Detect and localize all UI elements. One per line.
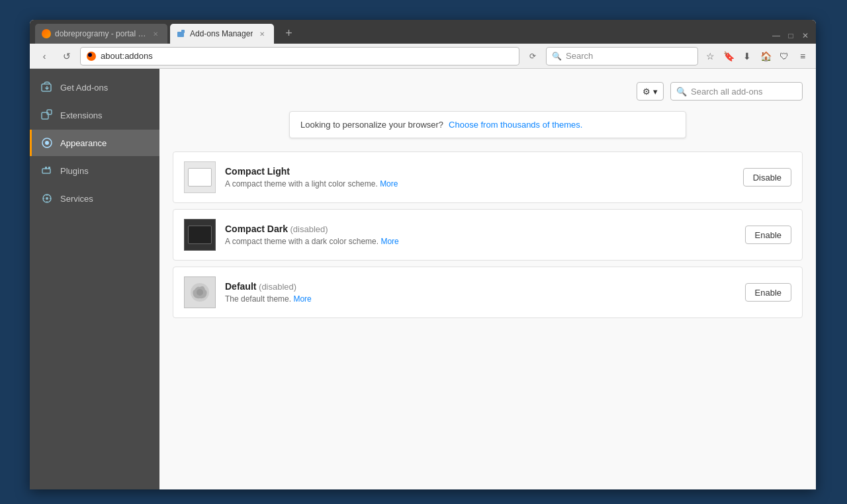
sidebar-item-appearance[interactable]: Appearance [30, 130, 159, 156]
banner-text: Looking to personalize your browser? [300, 120, 443, 130]
compact-dark-info: Compact Dark (disabled) A compact theme … [225, 224, 736, 246]
default-theme-desc: The default theme. More [225, 294, 736, 304]
default-theme-name: Default (disabled) [225, 281, 736, 292]
default-theme-action: Enable [745, 283, 791, 302]
search-addons-placeholder: Search all add-ons [691, 87, 762, 97]
compact-light-disable-button[interactable]: Disable [743, 168, 791, 187]
svg-point-13 [46, 197, 48, 200]
extensions-icon [40, 108, 54, 122]
svg-rect-10 [45, 167, 47, 169]
addon-item-default: Default (disabled) The default theme. Mo… [173, 267, 803, 318]
svg-point-3 [88, 53, 92, 57]
svg-rect-1 [181, 30, 185, 33]
search-placeholder: Search [566, 51, 593, 61]
address-bar[interactable]: about:addons [80, 47, 519, 65]
get-addons-icon [40, 81, 54, 94]
gear-settings-button[interactable]: ⚙ ▾ [637, 82, 664, 101]
extensions-label: Extensions [60, 110, 103, 120]
svg-point-15 [197, 289, 203, 296]
compact-light-more-link[interactable]: More [380, 179, 398, 189]
gear-arrow-icon: ▾ [653, 87, 658, 97]
sidebar-item-extensions[interactable]: Extensions [30, 102, 159, 128]
search-bar[interactable]: 🔍 Search [546, 47, 698, 65]
bookmarks-icon[interactable]: 🔖 [721, 48, 736, 64]
default-theme-info: Default (disabled) The default theme. Mo… [225, 281, 736, 304]
compact-dark-name: Compact Dark (disabled) [225, 224, 736, 234]
services-icon [40, 192, 54, 205]
close-button[interactable]: ✕ [800, 30, 811, 41]
tab-favicon-dobreprogramy [42, 29, 51, 38]
addon-item-compact-dark: Compact Dark (disabled) A compact theme … [173, 209, 803, 261]
search-icon: 🔍 [552, 52, 562, 61]
browser-window: dobreprogramy - portal nie... ✕ Add-ons … [30, 20, 816, 489]
compact-light-name: Compact Light [225, 166, 734, 177]
addon-list: Compact Light A compact theme with a lig… [173, 151, 803, 323]
new-tab-button[interactable]: + [279, 24, 298, 42]
compact-dark-enable-button[interactable]: Enable [745, 226, 791, 244]
tab-title-addons: Add-ons Manager [190, 29, 253, 38]
get-addons-label: Get Add-ons [60, 83, 108, 93]
plugins-label: Plugins [60, 166, 89, 176]
banner-link[interactable]: Choose from thousands of themes. [449, 120, 582, 130]
default-theme-enable-button[interactable]: Enable [745, 283, 791, 302]
svg-rect-11 [48, 167, 50, 169]
sidebar: Get Add-ons Extensions [30, 69, 159, 489]
svg-rect-9 [42, 169, 50, 173]
tab-addons-manager[interactable]: Add-ons Manager ✕ [170, 24, 274, 44]
services-label: Services [60, 194, 93, 204]
maximize-button[interactable]: □ [785, 30, 796, 41]
gear-bar: ⚙ ▾ 🔍 Search all add-ons [173, 82, 803, 101]
address-text: about:addons [101, 51, 153, 61]
toolbar-icons: ☆ 🔖 ⬇ 🏠 🛡 ≡ [702, 48, 811, 64]
svg-point-8 [45, 141, 49, 145]
compact-dark-action: Enable [745, 226, 791, 244]
compact-dark-desc: A compact theme with a dark color scheme… [225, 237, 736, 246]
refresh-icon: ⟳ [529, 52, 536, 61]
tab-favicon-addons [177, 29, 186, 38]
default-theme-icon [184, 276, 216, 308]
shield-icon[interactable]: 🛡 [776, 48, 792, 64]
bookmark-star-icon[interactable]: ☆ [702, 48, 718, 64]
compact-light-info: Compact Light A compact theme with a lig… [225, 166, 734, 189]
back-icon: ‹ [43, 51, 46, 62]
home-icon[interactable]: 🏠 [758, 48, 774, 64]
compact-light-icon [184, 161, 216, 193]
tab-close-dobreprogramy[interactable]: ✕ [150, 28, 161, 39]
gear-icon: ⚙ [643, 87, 650, 97]
default-theme-more-link[interactable]: More [293, 294, 311, 304]
search-addons-icon: 🔍 [676, 87, 687, 97]
search-addons-bar[interactable]: 🔍 Search all add-ons [670, 82, 803, 101]
tab-close-addons[interactable]: ✕ [257, 28, 267, 39]
plugins-icon [40, 164, 54, 177]
tab-title-dobreprogramy: dobreprogramy - portal nie... [55, 29, 146, 38]
compact-dark-more-link[interactable]: More [380, 237, 398, 246]
sidebar-item-get-addons[interactable]: Get Add-ons [30, 74, 159, 101]
refresh-button[interactable]: ⟳ [523, 47, 542, 65]
compact-light-action: Disable [743, 168, 791, 187]
main-panel: ⚙ ▾ 🔍 Search all add-ons Looking to pers… [159, 69, 816, 489]
compact-dark-icon [184, 219, 216, 251]
svg-rect-4 [42, 84, 51, 91]
menu-icon[interactable]: ≡ [795, 48, 811, 64]
sidebar-item-services[interactable]: Services [30, 185, 159, 212]
addon-item-compact-light: Compact Light A compact theme with a lig… [173, 151, 803, 203]
personalize-banner: Looking to personalize your browser? Cho… [289, 111, 686, 138]
reload-button[interactable]: ↺ [58, 47, 76, 65]
minimize-button[interactable]: — [771, 30, 781, 41]
nightly-logo-icon [86, 51, 97, 62]
tab-dobreprogramy[interactable]: dobreprogramy - portal nie... ✕ [35, 24, 167, 44]
content-area: Get Add-ons Extensions [30, 69, 816, 489]
appearance-icon [40, 136, 54, 149]
sidebar-item-plugins[interactable]: Plugins [30, 157, 159, 184]
back-button[interactable]: ‹ [35, 47, 54, 65]
nav-bar: ‹ ↺ about:addons ⟳ 🔍 Search ☆ 🔖 ⬇ 🏠 🛡 ≡ [30, 44, 816, 69]
appearance-label: Appearance [60, 138, 107, 148]
compact-light-desc: A compact theme with a light color schem… [225, 179, 734, 189]
reload-icon: ↺ [63, 51, 71, 62]
downloads-icon[interactable]: ⬇ [739, 48, 755, 64]
title-bar: dobreprogramy - portal nie... ✕ Add-ons … [30, 20, 816, 44]
